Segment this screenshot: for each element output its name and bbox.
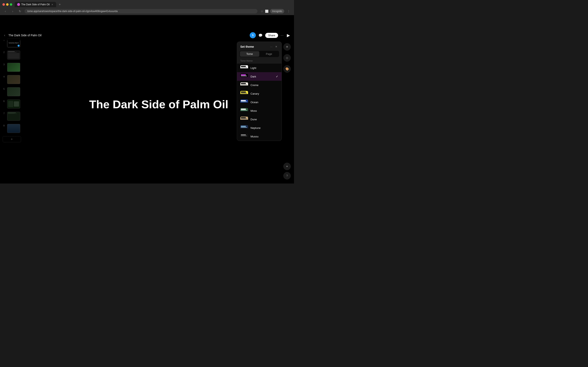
bookmark-icon[interactable]: ☆ [261,9,263,13]
theme-dune-label: Dune [251,118,278,121]
tab-bar: The Dark Side of Palm Oil ✕ + [0,0,294,7]
new-tab-button[interactable]: + [57,2,63,7]
theme-option-dark[interactable]: Dark ✓ [237,72,282,81]
theme-dark-label: Dark [251,75,273,78]
slide-number-8: 8 [3,124,6,127]
back-button[interactable]: ‹ [3,33,6,38]
slide-thumbnail-8 [7,124,20,133]
theme-musou-label: Musou [251,135,278,138]
back-button[interactable]: ‹ [2,8,8,14]
slide-number-5: 5 [3,88,6,90]
theme-option-musou[interactable]: Musou [237,132,282,141]
slide-number-3: 3 [3,63,6,66]
extension-icon[interactable]: ⬜ [265,9,268,13]
plus-icon: + [286,45,288,49]
profile-label: Incognito [272,10,282,13]
theme-light-preview [240,65,248,71]
slide-avatar: S [17,45,20,47]
theme-option-creme[interactable]: Creme [237,81,282,89]
maximize-traffic-light[interactable] [10,3,12,6]
sidebar-item-slide-2[interactable]: 2 [3,50,21,60]
add-slide-button[interactable]: + [3,136,21,142]
theme-canary-preview [240,91,248,96]
slide-thumbnail-6 [7,100,20,108]
slide-thumbnail-5 [7,87,20,96]
address-bar: ‹ › ↻ tome.app/sarahsworkspace/the-dark-… [0,7,294,15]
sidebar-item-slide-8[interactable]: 8 [3,123,21,134]
theme-option-dune[interactable]: Dune [237,115,282,124]
theme-moss-label: Moss [251,109,278,112]
close-traffic-light[interactable] [2,3,5,6]
slide-number-6: 6 [3,100,6,102]
theme-neptune-label: Neptune [251,126,278,129]
theme-dune-preview [240,117,248,122]
sparkle-button[interactable]: ✦ [283,163,291,170]
theme-dialog-header: Set theme ··· ✕ [237,42,282,51]
app-topbar: ‹ The Dark Side of Palm Oil S 💬 Share ··… [0,30,294,40]
tab-tome[interactable]: Tome [240,51,259,57]
theme-dialog: Set theme ··· ✕ Tome Page Tome theme Dar… [237,42,282,141]
profile-button[interactable]: Incognito [270,9,284,13]
tab-close-button[interactable]: ✕ [51,3,54,6]
user-avatar[interactable]: S [250,32,256,38]
target-button[interactable]: ⊙ [283,54,291,62]
slide-thumbnail-3 [7,63,20,72]
theme-creme-label: Creme [251,83,278,87]
menu-button[interactable]: ⋮ [286,8,292,14]
sparkle-icon: ✦ [286,165,288,168]
theme-dialog-close[interactable]: ✕ [274,45,278,49]
theme-dialog-title: Set theme [240,45,254,48]
sidebar-item-slide-6[interactable]: 6 [3,99,21,109]
active-tab[interactable]: The Dark Side of Palm Oil ✕ [15,2,56,7]
sidebar-item-slide-4[interactable]: 4 [3,74,21,85]
address-bar-icons: ☆ ⬜ [261,9,268,13]
slide-number-7: 7 [3,112,6,115]
palette-icon: 🎨 [285,67,289,71]
theme-moss-preview [240,108,248,113]
theme-section-label: Tome theme [237,59,282,64]
theme-option-moss[interactable]: Moss [237,106,282,115]
slide-thumbnail-7 [7,112,20,121]
theme-ocean-label: Ocean [251,101,278,104]
theme-option-neptune[interactable]: Neptune [237,124,282,132]
target-icon: ⊙ [286,56,288,59]
theme-musou-preview [240,134,248,139]
document-title: The Dark Side of Palm Oil [8,34,247,37]
more-options-button[interactable]: ··· [280,33,285,38]
traffic-lights [2,3,12,6]
url-bar[interactable]: tome.app/sarahsworkspace/the-dark-side-o… [25,9,258,13]
theme-dropdown: Light Dark ✓ Creme [237,64,282,141]
palette-button[interactable]: 🎨 [283,65,291,73]
question-icon: ? [286,174,288,177]
theme-option-ocean[interactable]: Ocean [237,98,282,106]
theme-dark-preview [240,74,248,79]
topbar-actions: S 💬 Share ··· ▶ [250,32,291,39]
url-text: tome.app/sarahsworkspace/the-dark-side-o… [27,10,118,13]
theme-dialog-more[interactable]: ··· [270,45,273,48]
comments-button[interactable]: 💬 [258,32,264,38]
theme-option-light[interactable]: Light [237,64,282,72]
tab-favicon [17,3,20,6]
reload-button[interactable]: ↻ [17,8,23,14]
tab-page[interactable]: Page [259,51,279,57]
theme-creme-preview [240,82,248,88]
browser-chrome: The Dark Side of Palm Oil ✕ + ‹ › ↻ tome… [0,0,294,15]
forward-button[interactable]: › [10,8,16,14]
slide-number-2: 2 [3,51,6,53]
sidebar-item-slide-3[interactable]: 3 [3,62,21,73]
slides-sidebar: 1 The Dark Side of Palm Oil S 2 [0,25,24,184]
sidebar-item-slide-5[interactable]: 5 [3,86,21,97]
add-element-button[interactable]: + [283,43,291,50]
theme-option-canary[interactable]: Canary [237,89,282,98]
minimize-traffic-light[interactable] [6,3,9,6]
check-icon: ✓ [276,75,278,78]
theme-neptune-preview [240,125,248,131]
share-button[interactable]: Share [265,33,278,38]
sidebar-item-slide-7[interactable]: 7 [3,111,21,122]
theme-ocean-preview [240,100,248,105]
help-button[interactable]: ? [283,172,291,179]
theme-dialog-actions: ··· ✕ [270,45,278,49]
slide-thumbnail-4 [7,75,20,84]
play-button[interactable]: ▶ [286,32,291,39]
theme-tabs: Tome Page [240,51,279,57]
